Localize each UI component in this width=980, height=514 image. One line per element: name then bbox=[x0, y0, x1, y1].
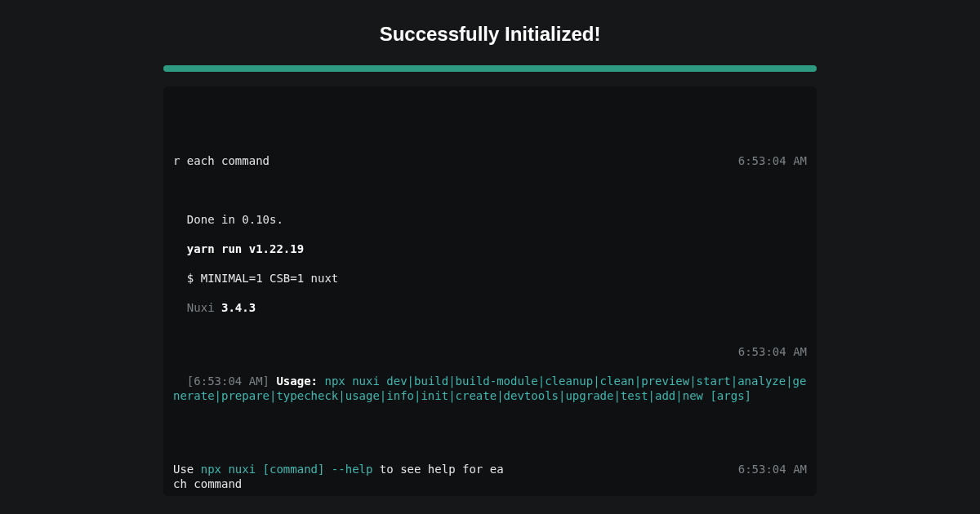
terminal-line: Nuxi 3.4.3 bbox=[187, 301, 256, 314]
terminal-line: $ MINIMAL=1 CSB=1 nuxt bbox=[187, 272, 338, 285]
terminal-line: Use npx nuxi [command] --help to see hel… bbox=[173, 462, 807, 491]
terminal-line: 6:53:04 AM bbox=[173, 344, 807, 359]
terminal-line: [6:53:04 AM] Usage: npx nuxi dev|build|b… bbox=[173, 374, 806, 402]
terminal-line: r each command 6:53:04 AM bbox=[173, 153, 807, 168]
terminal-line: yarn run v1.22.19 bbox=[187, 242, 304, 255]
terminal-line: Done in 0.10s. bbox=[187, 213, 283, 226]
terminal-output[interactable]: r each command 6:53:04 AM Done in 0.10s.… bbox=[163, 86, 817, 496]
progress-bar bbox=[163, 65, 817, 72]
page-title: Successfully Initialized! bbox=[380, 23, 601, 46]
